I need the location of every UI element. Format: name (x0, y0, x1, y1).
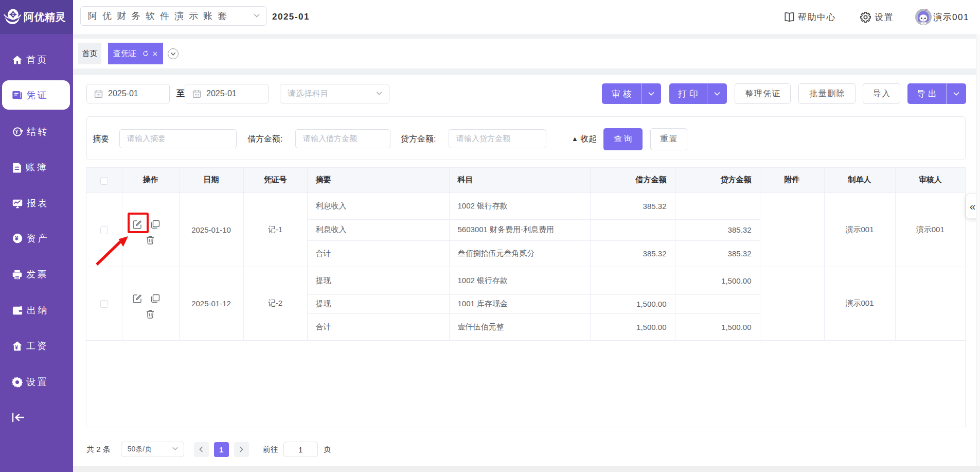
svg-text:¥: ¥ (15, 235, 20, 242)
svg-text:¥: ¥ (15, 344, 20, 350)
svg-text:¥: ¥ (15, 129, 20, 135)
